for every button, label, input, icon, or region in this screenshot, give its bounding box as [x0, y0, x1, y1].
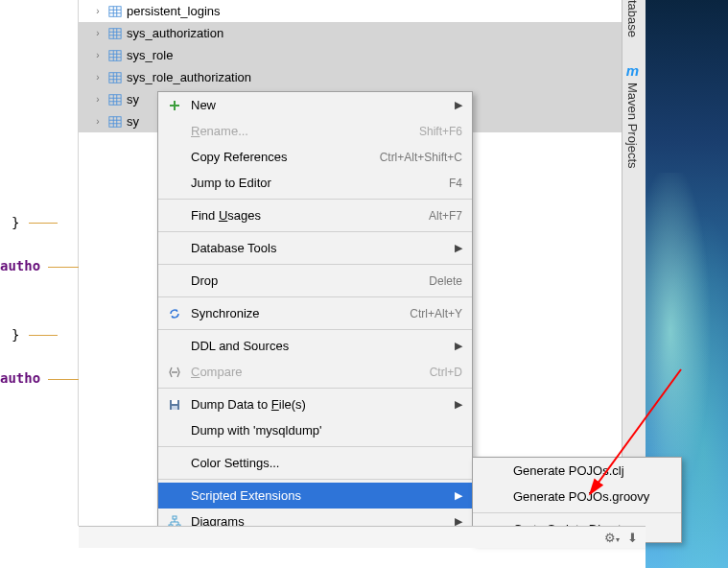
tree-row-sys-role-authorization[interactable]: › sys_role_authorization	[79, 66, 635, 88]
blank-icon	[166, 175, 183, 192]
menu-item-dump-data-to-file-s[interactable]: Dump Data to File(s)▶	[158, 391, 472, 417]
tree-label: sys_role	[127, 48, 173, 62]
maven-icon: m	[626, 62, 639, 79]
tree-row-sys-role[interactable]: › sys_role	[79, 44, 635, 66]
blank-icon	[488, 462, 505, 480]
sync-icon	[166, 305, 183, 322]
right-tool-tabs: tabase m Maven Projects	[622, 0, 646, 526]
menu-label: Synchronize	[191, 306, 402, 320]
menu-label: Dump with 'mysqldump'	[191, 423, 462, 438]
svg-rect-33	[173, 516, 176, 519]
menu-label: New	[191, 98, 441, 112]
menu-separator	[473, 512, 681, 513]
tree-label: persistent_logins	[127, 4, 221, 18]
menu-label: Color Settings...	[191, 456, 462, 470]
svg-rect-20	[109, 94, 121, 105]
code-bracket: }	[12, 327, 19, 343]
menu-label: Find Usages	[191, 208, 421, 223]
menu-shortcut: F4	[449, 177, 462, 190]
blank-icon	[488, 488, 505, 506]
chevron-right-icon[interactable]: ›	[92, 6, 104, 16]
menu-label: Drop	[191, 273, 421, 288]
menu-label: Jump to Editor	[191, 176, 441, 190]
menu-label: Generate POJOs.groovy	[513, 489, 671, 504]
menu-separator	[158, 388, 472, 389]
menu-separator	[158, 479, 472, 480]
menu-item-jump-to-editor[interactable]: Jump to EditorF4	[158, 170, 472, 196]
svg-rect-31	[172, 400, 177, 404]
download-icon[interactable]: ⬇	[627, 531, 638, 545]
blank-icon	[166, 338, 183, 355]
blank-icon	[166, 272, 183, 290]
svg-rect-0	[109, 6, 121, 16]
tree-label: sy	[127, 114, 139, 129]
table-icon	[107, 92, 123, 107]
menu-item-rename: Rename...Shift+F6	[158, 118, 472, 144]
table-icon	[107, 4, 123, 19]
plus-icon	[166, 97, 183, 114]
tree-label: sys_authorization	[127, 26, 223, 40]
compare-icon	[166, 364, 183, 381]
svg-rect-32	[172, 406, 177, 410]
blank-icon	[166, 207, 183, 225]
menu-separator	[158, 329, 472, 330]
menu-item-ddl-and-sources[interactable]: DDL and Sources▶	[158, 333, 472, 359]
blank-icon	[166, 149, 183, 166]
table-icon	[107, 48, 123, 63]
menu-label: Dump Data to File(s)	[191, 397, 441, 412]
blank-icon	[166, 455, 183, 472]
table-icon	[107, 114, 123, 130]
menu-label: Compare	[191, 365, 422, 379]
editor-mark	[48, 379, 79, 380]
chevron-right-icon[interactable]: ›	[92, 28, 104, 38]
menu-item-color-settings[interactable]: Color Settings...	[158, 450, 472, 476]
menu-label: Generate POJOs.clj	[513, 463, 671, 478]
tree-row-persistent-logins[interactable]: › persistent_logins	[79, 0, 635, 22]
menu-shortcut: Shift+F6	[419, 125, 462, 138]
tab-label: tabase	[625, 0, 640, 37]
menu-item-drop[interactable]: DropDelete	[158, 268, 472, 294]
chevron-right-icon: ▶	[455, 398, 462, 411]
tree-label: sy	[127, 92, 139, 106]
menu-separator	[158, 264, 472, 265]
menu-item-generate-pojos-clj[interactable]: Generate POJOs.clj	[473, 458, 681, 484]
menu-item-compare: CompareCtrl+D	[158, 359, 472, 385]
menu-item-dump-with-mysqldump[interactable]: Dump with 'mysqldump'	[158, 417, 472, 443]
chevron-right-icon[interactable]: ›	[92, 116, 104, 127]
tree-row-sys-authorization[interactable]: › sys_authorization	[79, 22, 635, 44]
chevron-right-icon[interactable]: ›	[92, 50, 104, 60]
tab-database[interactable]: tabase	[625, 0, 640, 37]
context-menu[interactable]: New▶Rename...Shift+F6Copy ReferencesCtrl…	[157, 91, 473, 535]
svg-rect-10	[109, 50, 121, 60]
menu-label: DDL and Sources	[191, 339, 441, 353]
blank-icon	[166, 487, 183, 505]
menu-separator	[158, 446, 472, 447]
tab-label: Maven Projects	[625, 83, 640, 169]
menu-label: Scripted Extensions	[191, 488, 441, 503]
gear-icon[interactable]: ⚙▾	[604, 531, 620, 545]
menu-item-scripted-extensions[interactable]: Scripted Extensions▶	[158, 483, 472, 509]
menu-label: Database Tools	[191, 241, 441, 255]
editor-gutter-panel: } autho } autho	[0, 0, 79, 526]
editor-mark	[29, 335, 58, 336]
chevron-right-icon[interactable]: ›	[92, 72, 104, 83]
table-icon	[107, 26, 123, 41]
menu-item-synchronize[interactable]: SynchronizeCtrl+Alt+Y	[158, 300, 472, 326]
menu-shortcut: Alt+F7	[429, 209, 462, 223]
chevron-right-icon: ▶	[455, 242, 462, 254]
menu-item-generate-pojos-groovy[interactable]: Generate POJOs.groovy	[473, 484, 681, 509]
tab-maven-projects[interactable]: m Maven Projects	[625, 62, 640, 169]
menu-item-database-tools[interactable]: Database Tools▶	[158, 235, 472, 261]
svg-rect-5	[109, 28, 121, 38]
menu-item-copy-references[interactable]: Copy ReferencesCtrl+Alt+Shift+C	[158, 144, 472, 170]
table-icon	[107, 70, 123, 85]
blank-icon	[166, 422, 183, 439]
menu-item-new[interactable]: New▶	[158, 92, 472, 118]
chevron-right-icon: ▶	[455, 340, 462, 352]
menu-item-find-usages[interactable]: Find UsagesAlt+F7	[158, 202, 472, 228]
blank-icon	[166, 123, 183, 140]
menu-label: Copy References	[191, 150, 372, 164]
code-keyword: autho	[0, 258, 40, 273]
menu-label: Rename...	[191, 124, 411, 138]
chevron-right-icon[interactable]: ›	[92, 94, 104, 105]
